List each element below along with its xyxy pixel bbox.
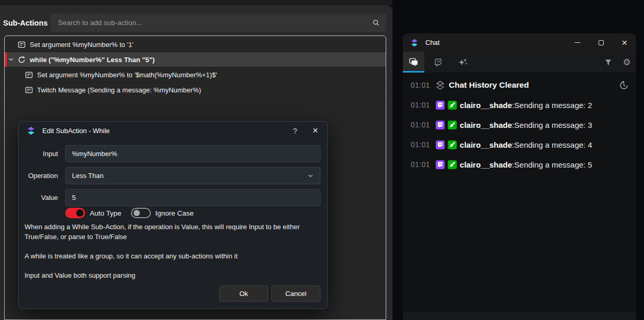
subaction-label: Set argument %myNumber% to '1' <box>30 41 134 49</box>
ok-button[interactable]: Ok <box>219 286 268 302</box>
chat-message-text: Sending a message: 5 <box>514 160 592 169</box>
value-field-value: 5 <box>72 194 76 202</box>
history-button[interactable] <box>619 81 628 90</box>
argument-icon <box>25 70 33 79</box>
subaction-row[interactable]: Set argument %myNumber% to '1' <box>5 37 386 52</box>
input-label: Input <box>19 150 58 158</box>
auto-type-toggle[interactable] <box>65 208 85 218</box>
tab-events[interactable] <box>451 52 474 73</box>
streamerbot-logo-icon <box>410 39 419 47</box>
cancel-button[interactable]: Cancel <box>271 286 320 302</box>
moderator-badge-icon <box>448 140 457 149</box>
chat-bubbles-icon <box>409 57 419 67</box>
tab-bar-right-actions: ⚙ <box>599 52 636 73</box>
chat-message-text: Sending a message: 2 <box>514 101 592 110</box>
subaction-row[interactable]: while ("%myNumber%" Less Than "5") <box>5 52 386 67</box>
tab-twitch[interactable] <box>426 52 449 73</box>
auto-type-label: Auto Type <box>90 209 122 217</box>
loop-icon <box>18 55 26 64</box>
moderator-badge-icon <box>448 101 457 110</box>
maximize-button[interactable] <box>589 33 613 52</box>
gear-icon: ⚙ <box>623 58 630 67</box>
subaction-search-input[interactable]: Search to add sub-action... <box>51 14 386 32</box>
message-timestamp: 01:01 <box>411 160 430 169</box>
message-timestamp: 01:01 <box>411 101 430 109</box>
chevron-down-icon <box>307 173 314 179</box>
message-timestamp: 01:01 <box>411 140 430 149</box>
maximize-icon <box>599 40 604 45</box>
chat-username[interactable]: clairo__shade <box>460 140 512 149</box>
value-field[interactable]: 5 <box>65 189 320 206</box>
twitch-badge-icon <box>436 121 445 129</box>
value-field-row: Value 5 <box>19 189 327 206</box>
desktop: Sub-Actions Search to add sub-action... … <box>0 0 644 320</box>
close-button[interactable]: ✕ <box>613 33 636 52</box>
moderator-badge-icon <box>448 160 457 169</box>
filter-icon <box>604 58 612 66</box>
streamerbot-logo-gray-icon <box>436 81 445 90</box>
edit-subaction-dialog: Edit SubAction - While ? ✕ Input %myNumb… <box>18 121 328 309</box>
dialog-description-2: A while is treated like a group, so it c… <box>25 251 325 261</box>
value-label: Value <box>19 194 58 202</box>
settings-button[interactable]: ⚙ <box>617 52 636 73</box>
dialog-description-1: When adding a While Sub-Action, if the o… <box>25 222 325 242</box>
help-button[interactable]: ? <box>293 126 297 135</box>
twitch-badge-icon <box>436 101 445 110</box>
ignore-case-toggle[interactable] <box>131 208 151 218</box>
system-message-text: Chat History Cleared <box>449 80 529 90</box>
operation-dropdown[interactable]: Less Than <box>65 167 320 184</box>
twitch-badge-icon <box>436 160 445 169</box>
input-field-value: %myNumber% <box>72 150 117 158</box>
chat-message-row: 01:01 clairo__shade : Sending a message:… <box>403 95 636 115</box>
operation-field-row: Operation Less Than <box>19 167 327 184</box>
chat-message-text: Sending a message: 3 <box>514 121 592 129</box>
search-placeholder: Search to add sub-action... <box>58 19 372 27</box>
filter-button[interactable] <box>599 52 617 73</box>
chat-tab-bar: ⚙ <box>403 52 636 73</box>
minimize-icon <box>575 42 580 43</box>
chat-system-row: 01:01 Chat History Cleared <box>403 75 636 95</box>
chat-message-text: Sending a message: 4 <box>514 140 592 149</box>
dialog-titlebar: Edit SubAction - While ? ✕ <box>19 122 327 139</box>
input-field[interactable]: %myNumber% <box>65 145 320 162</box>
chat-titlebar: Chat ✕ <box>403 33 636 52</box>
chevron-down-icon[interactable] <box>8 56 18 63</box>
subaction-label: while ("%myNumber%" Less Than "5") <box>30 56 154 64</box>
toggle-knob <box>134 210 140 216</box>
subaction-row[interactable]: Set argument %myNumber% to '$math(%myNum… <box>5 67 386 82</box>
dialog-close-button[interactable]: ✕ <box>312 126 318 135</box>
subaction-row[interactable]: Twitch Message (Sending a message: %myNu… <box>5 82 386 98</box>
dialog-description-3: Input and Value both support parsing <box>25 270 325 280</box>
sparkles-icon <box>458 57 468 67</box>
operation-label: Operation <box>19 172 58 180</box>
search-icon <box>372 19 380 27</box>
message-timestamp: 01:01 <box>411 121 430 129</box>
argument-icon <box>25 86 33 94</box>
chat-window: Chat ✕ <box>403 33 636 320</box>
close-icon: ✕ <box>622 39 628 47</box>
chat-message-row: 01:01 clairo__shade : Sending a message:… <box>403 155 636 174</box>
moderator-badge-icon <box>448 121 457 129</box>
subaction-label: Twitch Message (Sending a message: %myNu… <box>37 86 201 94</box>
dialog-title: Edit SubAction - While <box>42 127 110 135</box>
twitch-badge-icon <box>436 140 445 149</box>
chat-window-title: Chat <box>425 39 439 46</box>
twitch-icon <box>434 58 443 67</box>
chat-footer-strip <box>403 312 636 320</box>
toggle-knob <box>76 209 84 217</box>
operation-selected-value: Less Than <box>72 172 307 180</box>
ignore-case-label: Ignore Case <box>156 209 194 217</box>
input-field-row: Input %myNumber% <box>19 145 327 162</box>
chat-username[interactable]: clairo__shade <box>460 121 512 129</box>
chat-username[interactable]: clairo__shade <box>460 101 512 110</box>
argument-icon <box>18 40 26 49</box>
minimize-button[interactable] <box>566 33 589 52</box>
chat-username[interactable]: clairo__shade <box>460 160 512 169</box>
toggles-row: Auto Type Ignore Case <box>65 207 203 219</box>
message-timestamp: 01:01 <box>411 81 430 89</box>
tab-chat-messages[interactable] <box>403 52 424 73</box>
window-controls: ✕ <box>566 33 636 52</box>
window-top-strip <box>0 0 392 5</box>
chat-message-list: 01:01 Chat History Cleared 01:01 <box>403 73 636 320</box>
streamerbot-logo-icon <box>27 126 35 135</box>
